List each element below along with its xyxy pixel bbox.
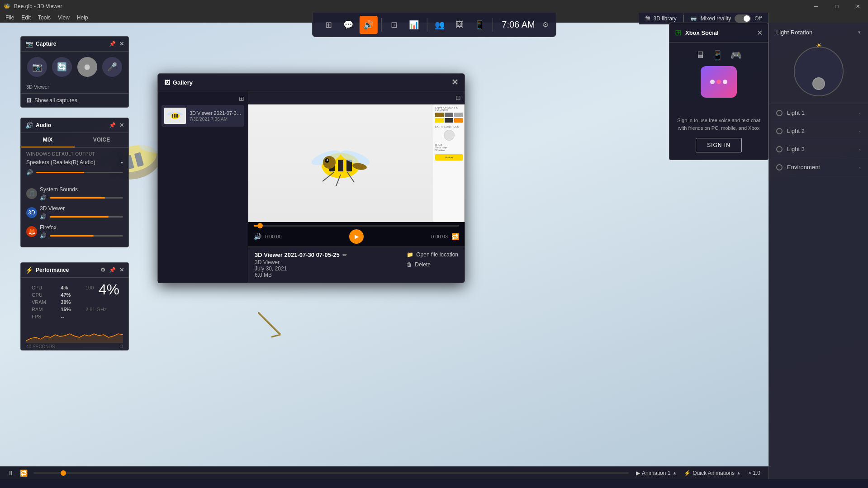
perf-pin-button[interactable]: 📌 [109,267,116,273]
light-rotation-header[interactable]: Light Rotation ▾ [769,23,868,42]
xbox-social-title: Xbox Social [685,29,757,36]
delete-icon: 🗑 [407,261,412,268]
gallery-item-1[interactable]: 3D Viewer 2021-07-30 07-0... 7/30/2021 7… [161,105,244,127]
vram-placeholder [85,299,118,305]
gamebar-social-button[interactable]: 💬 [339,16,357,34]
mr-toggle-track[interactable] [735,14,751,23]
gallery-controls: 🔊 0:00:00 ▶ 0:00:03 🔁 [248,222,465,246]
cpu-freq: 2.81 GHz [85,307,118,312]
fps-placeholder [85,314,118,319]
gallery-sidebar: ⊞ 3D Viewer 2021-07-30 07 [158,91,248,283]
xbox-sign-in-button[interactable]: SIGN IN [696,138,742,152]
progress-dot [257,223,263,228]
perf-settings-button[interactable]: ⚙ [100,267,105,273]
volume-btn[interactable]: 🔊 [254,233,261,240]
gamebar: ⊞ 💬 🔊 ⊡ 📊 👥 🖼 📱 7:06 AM ⚙ [312,13,556,37]
light-2-radio[interactable] [776,128,783,134]
light-wheel[interactable]: ☀ [794,47,844,96]
close-button[interactable]: ✕ [847,0,868,13]
menu-view[interactable]: View [54,14,73,22]
ff-vol-icon: 🔊 [40,232,47,239]
gamebar-squad-button[interactable]: 👥 [431,16,449,34]
environment-radio[interactable] [776,164,783,171]
bee-preview-svg [295,132,386,195]
menu-file[interactable]: File [2,14,18,22]
gallery-close-button[interactable]: ✕ [451,78,458,86]
edit-filename-button[interactable]: ✏ [342,252,347,258]
gamebar-gallery-button[interactable]: 🖼 [451,16,469,34]
sidebar-options: sRGB Tone map Shadow [435,143,463,152]
gallery-sidebar-toggle[interactable]: ⊞ [239,95,244,102]
light-1-radio[interactable] [776,110,783,116]
quick-anim-chevron[interactable]: ▲ [736,470,741,475]
record-button[interactable]: ⏺ [77,57,97,77]
loop-btn[interactable]: 🔁 [451,233,459,240]
animation-progress[interactable] [33,472,629,474]
gamebar-xbox-button[interactable]: ⊞ [319,16,337,34]
audio-close-button[interactable]: ✕ [119,122,124,128]
xbox-social-content: 🖥 📱 🎮 Sign in to use free voice and text… [669,43,768,160]
firefox-volume-slider[interactable] [50,235,123,237]
performance-panel: ⚡ Performance ⚙ 📌 ✕ CPU 4% 100 GPU 47% V… [20,262,129,351]
pause-button[interactable]: ⏸ [5,467,17,479]
gallery-info: 3D Viewer 2021-07-30 07-05-25 ✏ 3D Viewe… [248,246,465,283]
animation-chevron[interactable]: ▲ [672,470,677,475]
show-captures-button[interactable]: 🖼 Show all captures [21,93,128,107]
bee-screenshot-main [248,104,433,222]
xbox-controller-icon: 🎮 [730,50,742,61]
file-date: July 30, 2021 [255,265,347,272]
system-sounds-icon: 🎵 [26,188,37,199]
audio-panel-controls: 📌 ✕ [109,122,124,128]
menu-help[interactable]: Help [73,14,92,22]
audio-pin-button[interactable]: 📌 [109,122,116,128]
gallery-fullscreen-button[interactable]: ⊡ [455,94,461,101]
3dviewer-volume-slider[interactable] [50,216,123,218]
menu-tools[interactable]: Tools [34,14,54,22]
light-3-chevron: ‹ [859,147,861,152]
progress-bar[interactable] [254,225,459,227]
gallery-item-info: 3D Viewer 2021-07-30 07-0... 7/30/2021 7… [190,110,242,122]
audio-panel-header: 🔊 Audio 📌 ✕ [21,118,128,133]
window-title: Bee.glb - 3D Viewer [14,3,62,9]
delete-button[interactable]: 🗑 Delete [407,261,458,268]
tab-mix[interactable]: MIX [21,133,75,147]
light-2-item[interactable]: Light 2 ‹ [769,122,868,140]
repeat-button[interactable]: 🔁 [17,467,30,479]
open-file-location-button[interactable]: 📁 Open file location [407,251,458,258]
xbox-mascot [696,66,741,111]
xbox-logo-icon: ⊞ [675,28,682,38]
device-chevron[interactable]: ▾ [121,160,123,165]
screenshot-button[interactable]: 📷 [27,57,47,77]
capture-close-button[interactable]: ✕ [119,41,124,47]
quick-animations-button[interactable]: ⚡ Quick Animations ▲ [680,470,745,476]
gamebar-audio-button[interactable]: 🔊 [359,16,377,34]
gamebar-time: 7:06 AM [496,19,540,30]
maximize-button[interactable]: □ [826,0,847,13]
light-3-item[interactable]: Light 3 ‹ [769,140,868,158]
system-sounds-slider[interactable] [50,197,123,199]
gamebar-mobile-button[interactable]: 📱 [470,16,489,34]
light-3-radio[interactable] [776,146,783,152]
xbox-close-button[interactable]: ✕ [757,28,763,37]
tab-voice[interactable]: VOICE [75,133,128,147]
svg-rect-14 [172,114,173,118]
menu-edit[interactable]: Edit [18,14,34,22]
gamebar-capture-button[interactable]: ⊡ [385,16,403,34]
gamebar-performance-button[interactable]: 📊 [405,16,423,34]
animation-progress-dot [61,470,66,476]
chart-label-right: 0 [120,344,123,349]
timer-button[interactable]: 🔄 [52,57,72,77]
mic-button[interactable]: 🎤 [102,57,122,77]
svg-line-11 [271,335,280,337]
light-1-item[interactable]: Light 1 ‹ [769,104,868,122]
environment-item[interactable]: Environment ‹ [769,158,868,176]
minimize-button[interactable]: ─ [806,0,826,13]
light-wheel-handle[interactable] [812,77,825,90]
play-button[interactable]: ▶ [349,229,364,244]
capture-pin-button[interactable]: 📌 [109,41,116,47]
master-volume-slider[interactable] [36,172,123,173]
xbox-chat-dots [710,80,727,84]
light-controls: LIGHT CONTROLS [435,125,463,141]
perf-close-button[interactable]: ✕ [119,267,124,273]
gamebar-settings-button[interactable]: ⚙ [542,20,549,29]
